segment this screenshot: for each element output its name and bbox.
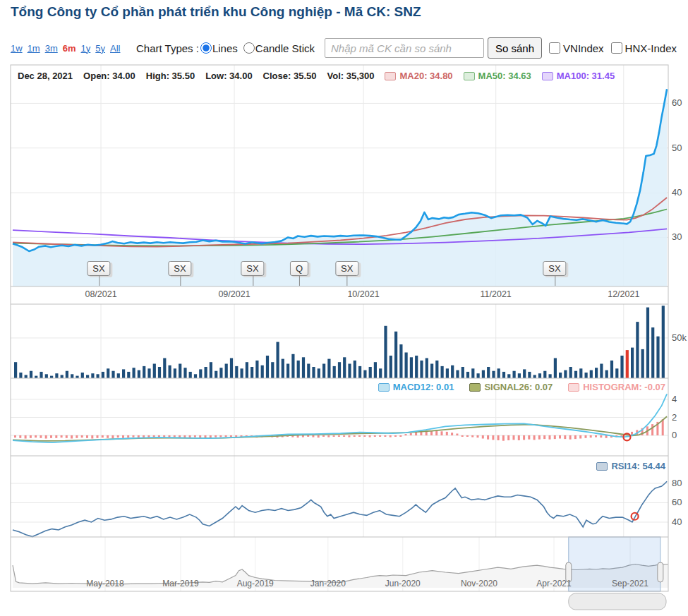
ohlc-close: Close: 35.50 (263, 71, 317, 81)
rsi-axis-label: 80 (672, 478, 682, 488)
month-axis-label: 10/2021 (347, 289, 379, 299)
macd-legend-label: MACD12: 0.01 (393, 382, 454, 392)
rsi-legend: RSI14: 54.44 (596, 461, 665, 471)
event-flag-sx[interactable]: SX (335, 261, 358, 276)
navigator-axis-label: May-2018 (86, 579, 123, 588)
ma50-legend: MA50: 34.63 (464, 71, 531, 81)
horizontal-scrollbar-thumb[interactable] (569, 593, 666, 610)
ma100-legend-label: MA100: 31.45 (557, 71, 615, 81)
ma20-legend-label: MA20: 34.80 (399, 71, 452, 81)
month-axis-label: 11/2021 (481, 289, 512, 299)
rsi-legend-row: RSI14: 54.44 (596, 461, 665, 471)
ohlc-high: High: 35.50 (146, 71, 195, 81)
navigator-axis-label: Apr-2021 (536, 579, 571, 588)
macd-axis-label: 0 (672, 430, 677, 440)
ohlc-open: Open: 34.00 (83, 71, 135, 81)
month-axis-label: 08/2021 (85, 289, 116, 299)
histogram-legend-label: HISTOGRAM: -0.07 (583, 382, 665, 392)
event-flag-sx[interactable]: SX (87, 261, 110, 276)
signal-swatch-icon (469, 383, 481, 392)
ma100-swatch-icon (542, 72, 553, 80)
macd-axis-label: 2 (672, 412, 677, 423)
macd-legend: MACD12: 0.01 (378, 382, 454, 392)
ma100-legend: MA100: 31.45 (542, 71, 615, 81)
signal-legend-label: SIGNAL26: 0.07 (484, 382, 553, 392)
ohlc-row: Dec 28, 2021 Open: 34.00 High: 35.50 Low… (18, 71, 615, 81)
volume-axis-label: 50k (672, 332, 687, 343)
month-axis-label: 12/2021 (608, 289, 639, 299)
price-axis-label: 50 (672, 143, 682, 153)
ma50-swatch-icon (464, 72, 475, 80)
event-flag-sx[interactable]: SX (168, 261, 191, 276)
histogram-swatch-icon (568, 383, 579, 392)
navigator-axis-label: Aug-2019 (237, 579, 274, 588)
price-axis-label: 30 (672, 231, 682, 242)
ohlc-volume: Vol: 35,300 (327, 71, 374, 81)
stock-chart-page: Tổng Công ty Cổ phần phát triển khu Công… (0, 0, 688, 616)
navigator-axis-label: Sep-2021 (612, 579, 648, 588)
navigator-axis-label: Nov-2020 (461, 579, 497, 588)
navigator-right-handle[interactable] (658, 562, 663, 582)
macd-axis-label: 4 (672, 394, 677, 404)
ma20-legend: MA20: 34.80 (385, 71, 452, 81)
chart-canvas[interactable] (0, 0, 688, 616)
macd-legend-row: MACD12: 0.01 SIGNAL26: 0.07 HISTOGRAM: -… (378, 382, 665, 392)
event-flag-q[interactable]: Q (290, 261, 308, 276)
navigator-axis-label: Jan-2020 (310, 579, 346, 588)
navigator-axis-label: Jun-2020 (385, 579, 421, 588)
price-axis-label: 40 (672, 187, 682, 198)
ma50-legend-label: MA50: 34.63 (478, 71, 531, 81)
price-axis-label: 60 (672, 97, 682, 108)
ma20-swatch-icon (385, 72, 396, 80)
navigator-axis-label: Mar-2019 (162, 579, 198, 588)
rsi-axis-label: 40 (672, 517, 682, 527)
signal-legend: SIGNAL26: 0.07 (469, 382, 553, 392)
ohlc-date: Dec 28, 2021 (18, 71, 73, 81)
ohlc-low: Low: 34.00 (205, 71, 252, 81)
rsi-legend-label: RSI14: 54.44 (611, 461, 665, 471)
rsi-swatch-icon (596, 462, 608, 471)
rsi-axis-label: 60 (672, 497, 682, 507)
macd-swatch-icon (378, 383, 390, 392)
histogram-legend: HISTOGRAM: -0.07 (568, 382, 665, 392)
event-flag-sx[interactable]: SX (543, 261, 566, 276)
event-flag-sx[interactable]: SX (241, 261, 264, 276)
month-axis-label: 09/2021 (218, 289, 250, 299)
